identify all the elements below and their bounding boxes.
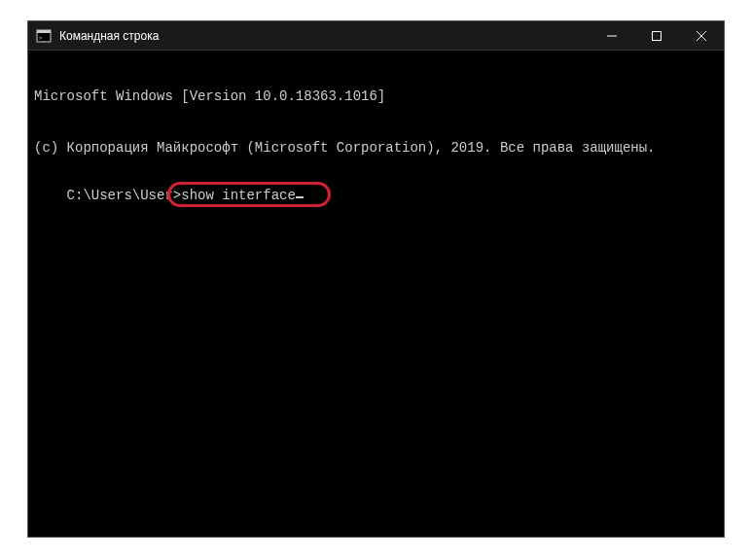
typed-command: show interface [181,188,296,203]
window-controls [590,21,724,50]
minimize-button[interactable] [590,21,634,50]
terminal-output[interactable]: Microsoft Windows [Version 10.0.18363.10… [28,51,724,537]
prompt-path: C:\Users\User> [67,188,182,203]
window-title: Командная строка [59,29,590,43]
titlebar[interactable]: >_ Командная строка [28,21,724,51]
svg-text:>_: >_ [39,34,47,42]
command-prompt-window: >_ Командная строка Microsoft Windows [V… [27,20,725,538]
close-button[interactable] [679,21,724,50]
version-line: Microsoft Windows [Version 10.0.18363.10… [34,88,718,106]
cursor [296,196,304,198]
svg-rect-1 [37,30,51,33]
prompt-line: C:\Users\User>show interface [67,188,304,239]
cmd-icon: >_ [36,28,52,44]
maximize-button[interactable] [634,21,679,50]
svg-rect-4 [653,31,662,40]
copyright-line: (c) Корпорация Майкрософт (Microsoft Cor… [34,140,718,158]
